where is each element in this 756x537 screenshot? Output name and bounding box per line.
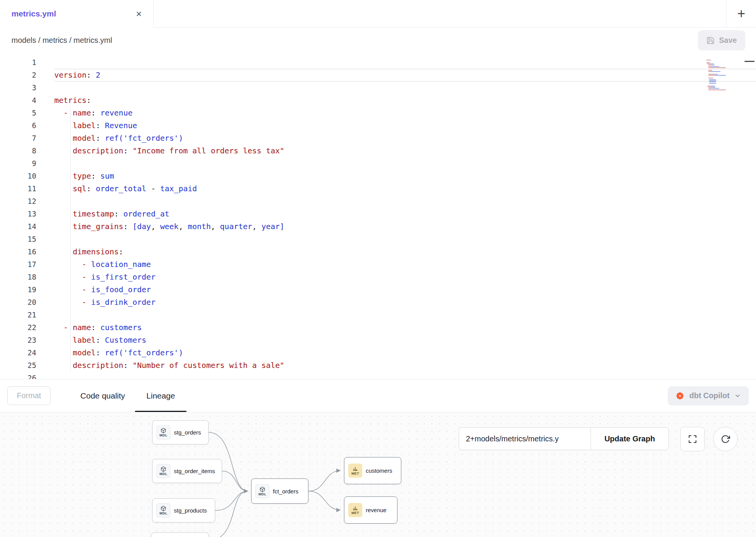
line-number: 24 bbox=[0, 347, 36, 359]
copilot-label: dbt Copilot bbox=[689, 391, 730, 400]
code-line[interactable]: timestamp: ordered_at bbox=[54, 208, 756, 220]
node-label: stg_order_items bbox=[174, 468, 215, 474]
fullscreen-button[interactable] bbox=[680, 427, 705, 451]
minimap-line bbox=[708, 87, 715, 88]
minimap-line bbox=[708, 78, 713, 78]
tab-metrics-yml[interactable]: metrics.yml × bbox=[0, 0, 154, 27]
chevron-down-icon bbox=[734, 392, 741, 399]
line-number: 14 bbox=[0, 220, 36, 233]
minimap-line bbox=[706, 84, 725, 85]
breadcrumb: models / metrics / metrics.yml bbox=[11, 36, 112, 45]
line-number-gutter: 1234567891011121314151617181920212223242… bbox=[0, 56, 36, 379]
scrollbar-thumb[interactable] bbox=[745, 61, 754, 62]
line-number: 10 bbox=[0, 170, 36, 182]
line-number: 5 bbox=[0, 107, 36, 119]
code-line[interactable]: label: Revenue bbox=[54, 119, 756, 132]
minimap-line bbox=[709, 81, 716, 82]
cube-icon bbox=[161, 506, 166, 511]
code-line[interactable]: description: "Number of customers with a… bbox=[54, 359, 756, 372]
code-line[interactable]: time_grains: [day, week, month, quarter,… bbox=[54, 220, 756, 233]
line-number: 15 bbox=[0, 233, 36, 246]
code-line[interactable] bbox=[54, 81, 756, 94]
code-line[interactable]: - is_food_order bbox=[54, 283, 756, 296]
lineage-canvas[interactable]: MDL stg_orders MDL stg_order_items bbox=[0, 412, 756, 537]
editor-tab-bar: metrics.yml × + bbox=[0, 0, 756, 28]
code-line[interactable]: description: "Income from all orders les… bbox=[54, 145, 756, 157]
bar-chart-icon bbox=[352, 466, 358, 472]
cube-icon bbox=[260, 487, 265, 492]
lineage-node-stg-orders[interactable]: MDL stg_orders bbox=[152, 420, 209, 444]
lineage-node-partial[interactable] bbox=[151, 532, 209, 537]
code-line[interactable] bbox=[54, 372, 756, 379]
code-line[interactable]: metrics: bbox=[54, 94, 756, 107]
code-line[interactable] bbox=[54, 56, 756, 69]
save-button[interactable]: Save bbox=[698, 30, 745, 50]
code-line[interactable]: - name: customers bbox=[54, 321, 756, 334]
code-line[interactable]: - is_first_order bbox=[54, 271, 756, 283]
minimap-line bbox=[706, 62, 710, 63]
code-editor[interactable]: 1234567891011121314151617181920212223242… bbox=[0, 53, 756, 379]
cube-icon bbox=[161, 466, 166, 472]
bar-chart-icon bbox=[352, 505, 358, 511]
node-type-badge: MET bbox=[352, 472, 359, 475]
save-label: Save bbox=[719, 36, 737, 45]
node-label: customers bbox=[366, 467, 392, 474]
line-number: 25 bbox=[0, 359, 36, 372]
code-line[interactable]: model: ref('fct_orders') bbox=[54, 132, 756, 145]
code-line[interactable]: type: sum bbox=[54, 170, 756, 182]
code-line[interactable]: version: 2 bbox=[54, 69, 756, 81]
line-number: 4 bbox=[0, 94, 36, 107]
update-graph-button[interactable]: Update Graph bbox=[591, 427, 669, 450]
code-line[interactable]: dimensions: bbox=[54, 246, 756, 258]
code-line[interactable] bbox=[54, 233, 756, 246]
tab-lineage[interactable]: Lineage bbox=[146, 379, 175, 412]
format-button[interactable]: Format bbox=[7, 386, 50, 405]
code-line[interactable] bbox=[54, 195, 756, 208]
code-line[interactable]: model: ref('fct_orders') bbox=[54, 347, 756, 359]
save-icon bbox=[706, 36, 715, 45]
panel-tabs: Code quality Lineage bbox=[80, 379, 175, 412]
new-tab-button[interactable]: + bbox=[726, 0, 756, 27]
metric-icon: MET bbox=[348, 464, 362, 478]
node-type-badge: MDL bbox=[159, 512, 167, 515]
lineage-node-fct-orders[interactable]: MDL fct_orders bbox=[251, 478, 308, 504]
code-line[interactable] bbox=[54, 309, 756, 321]
tab-label: metrics.yml bbox=[11, 9, 56, 18]
lineage-node-stg-products[interactable]: MDL stg_products bbox=[152, 498, 215, 522]
minimap-line bbox=[708, 67, 726, 68]
node-label: revenue bbox=[366, 507, 386, 513]
lineage-node-stg-order-items[interactable]: MDL stg_order_items bbox=[152, 459, 222, 483]
line-number: 22 bbox=[0, 321, 36, 334]
line-number: 17 bbox=[0, 258, 36, 271]
close-icon[interactable]: × bbox=[136, 9, 142, 19]
node-label: stg_products bbox=[174, 507, 207, 514]
minimap-line bbox=[708, 70, 712, 71]
line-number: 19 bbox=[0, 283, 36, 296]
minimap[interactable] bbox=[706, 58, 725, 92]
dbt-copilot-button[interactable]: dbt Copilot bbox=[668, 386, 749, 405]
line-number: 3 bbox=[0, 81, 36, 94]
node-type-badge: MDL bbox=[258, 493, 266, 496]
model-icon: MDL bbox=[156, 464, 170, 478]
cube-icon bbox=[161, 428, 166, 433]
code-line[interactable]: - name: revenue bbox=[54, 107, 756, 119]
code-content[interactable]: version: 2metrics: - name: revenue label… bbox=[54, 56, 756, 379]
line-number: 6 bbox=[0, 119, 36, 132]
lineage-node-customers[interactable]: MET customers bbox=[344, 457, 401, 484]
code-line[interactable]: sql: order_total - tax_paid bbox=[54, 182, 756, 195]
code-line[interactable]: label: Customers bbox=[54, 334, 756, 347]
tab-code-quality[interactable]: Code quality bbox=[80, 379, 125, 412]
minimap-line bbox=[709, 79, 716, 80]
line-number: 11 bbox=[0, 182, 36, 195]
code-line[interactable] bbox=[54, 157, 756, 170]
line-number: 18 bbox=[0, 271, 36, 283]
graph-filter-input[interactable] bbox=[459, 427, 591, 450]
refresh-button[interactable] bbox=[713, 427, 738, 451]
minimap-line bbox=[708, 75, 726, 76]
code-line[interactable]: - location_name bbox=[54, 258, 756, 271]
code-line[interactable]: - is_drink_order bbox=[54, 296, 756, 309]
lineage-node-revenue[interactable]: MET revenue bbox=[344, 496, 397, 524]
plus-icon: + bbox=[737, 6, 745, 22]
line-number: 23 bbox=[0, 334, 36, 347]
model-icon: MDL bbox=[156, 425, 170, 439]
